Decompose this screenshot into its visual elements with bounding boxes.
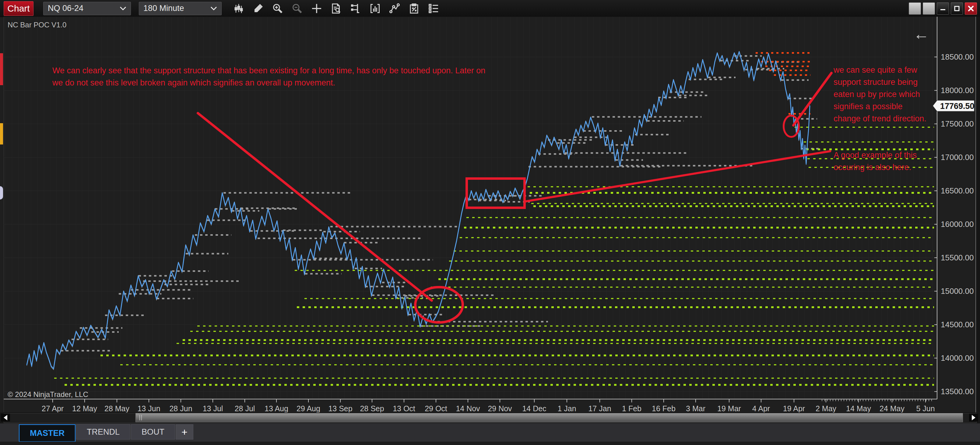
maximize-button[interactable] <box>951 2 963 14</box>
interval-dropdown[interactable]: 180 Minute <box>139 2 222 15</box>
window-controls <box>909 2 977 14</box>
drawing-points-icon[interactable] <box>388 2 401 14</box>
right-triangle-icon <box>972 415 975 420</box>
annotation-note-example[interactable]: A good example of this occuring is also … <box>834 149 934 173</box>
tab-master[interactable]: MASTER <box>19 424 75 442</box>
bottom-strip <box>0 442 980 445</box>
bar-pattern-icon[interactable] <box>369 2 381 14</box>
scroll-right-button[interactable] <box>969 414 978 421</box>
annotation-note-main[interactable]: We can clearly see that the support stru… <box>52 65 495 89</box>
close-button[interactable] <box>965 2 977 14</box>
strategy-icon[interactable] <box>408 2 420 14</box>
indicator-panel-icon[interactable] <box>350 2 362 14</box>
scrollbar-thumb[interactable] <box>135 413 963 422</box>
indicator-label: NC Bar POC V1.0 <box>8 21 66 29</box>
horizontal-scrollbar <box>0 412 980 423</box>
chevron-down-icon <box>119 6 126 11</box>
thumb-grip <box>140 415 140 420</box>
annotation-note-right[interactable]: we can see quite a few support structure… <box>834 64 928 125</box>
left-edge-artifact-amber <box>0 123 3 144</box>
window-button-2[interactable] <box>923 2 935 14</box>
interval-dropdown-value: 180 Minute <box>143 4 184 13</box>
zoom-in-icon[interactable] <box>272 2 284 14</box>
instrument-dropdown-value: NQ 06-24 <box>48 4 83 13</box>
scroll-back-arrow-icon[interactable]: ← <box>913 26 929 42</box>
scroll-left-button[interactable] <box>1 414 10 421</box>
toolbar <box>232 2 440 14</box>
ninjatrader-chart-window: Chart NQ 06-24 180 Minute <box>0 0 980 445</box>
chart-window-badge[interactable]: Chart <box>4 1 33 16</box>
tabs: MASTERTRENDLBOUT+ <box>19 424 194 442</box>
data-box-icon[interactable] <box>330 2 342 14</box>
minimize-button[interactable] <box>937 2 949 14</box>
tab-trendl[interactable]: TRENDL <box>76 424 130 440</box>
left-edge-artifact-red <box>0 53 3 85</box>
tab-bout[interactable]: BOUT <box>131 424 175 440</box>
titlebar: Chart NQ 06-24 180 Minute <box>0 0 980 17</box>
copyright-label: © 2024 NinjaTrader, LLC <box>8 390 88 399</box>
window-button-1[interactable] <box>909 2 921 14</box>
tab-bar: MASTERTRENDLBOUT+ <box>0 423 980 442</box>
candlestick-chart-icon[interactable] <box>232 2 245 14</box>
properties-list-icon[interactable] <box>428 2 440 14</box>
instrument-dropdown[interactable]: NQ 06-24 <box>43 2 131 15</box>
left-edge-artifact-circle <box>0 186 3 200</box>
crosshair-icon[interactable] <box>310 2 323 14</box>
thumb-grip <box>141 415 142 420</box>
drawing-pencil-icon[interactable] <box>252 2 264 14</box>
add-tab-button[interactable]: + <box>176 424 193 440</box>
zoom-out-icon[interactable] <box>291 2 303 14</box>
chevron-down-icon <box>210 6 217 11</box>
window-right-edge <box>975 17 980 423</box>
left-triangle-icon <box>4 415 7 420</box>
